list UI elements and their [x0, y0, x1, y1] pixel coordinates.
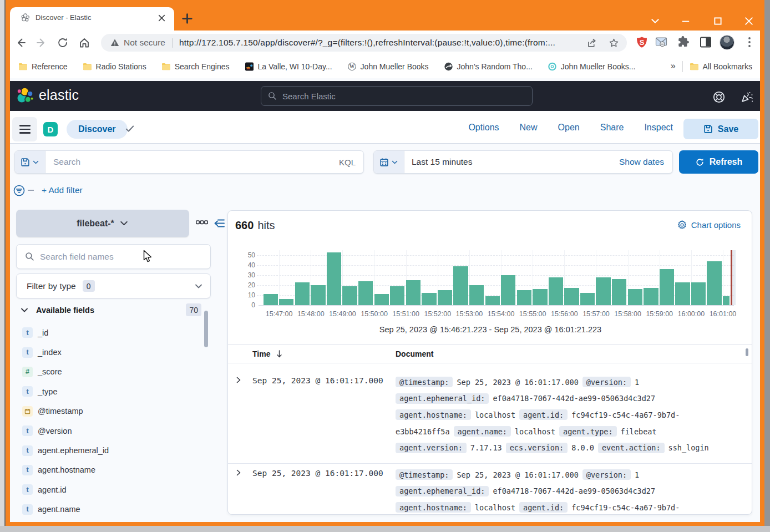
space-avatar-badge[interactable]: D	[43, 122, 58, 136]
histogram-bar[interactable]	[501, 275, 515, 305]
all-bookmarks-button[interactable]: All Bookmarks	[690, 62, 752, 71]
histogram-bar[interactable]	[596, 277, 610, 305]
url-text[interactable]: http://172.105.7.150/app/discover#/?_g=(…	[179, 38, 555, 48]
extension-shield-icon[interactable]: S	[635, 36, 649, 49]
bookmark-item[interactable]: Radio Stations	[83, 62, 146, 71]
histogram-bar[interactable]	[707, 261, 721, 305]
bookmarks-overflow-chevron[interactable]: »	[671, 61, 682, 72]
menu-hamburger-button[interactable]	[12, 117, 37, 141]
nav-link-open[interactable]: Open	[558, 123, 580, 133]
newsfeed-icon[interactable]	[740, 90, 754, 104]
histogram-bar[interactable]	[453, 266, 468, 305]
elastic-wordmark[interactable]: elastic	[39, 87, 79, 103]
histogram-bar[interactable]	[580, 293, 595, 305]
new-tab-button[interactable]	[182, 13, 192, 24]
expand-row-icon[interactable]	[235, 377, 242, 383]
add-filter-button[interactable]: + Add filter	[42, 185, 83, 195]
table-scrollbar-thumb[interactable]	[746, 348, 748, 356]
tab-close-icon[interactable]	[157, 13, 166, 23]
window-close-button[interactable]	[744, 16, 754, 26]
histogram-bar[interactable]	[660, 269, 674, 305]
histogram-bar[interactable]	[358, 281, 373, 305]
chart-options-button[interactable]: Chart options	[677, 220, 741, 230]
histogram-bar[interactable]	[469, 285, 484, 305]
available-fields-header[interactable]: Available fields 70	[16, 303, 211, 317]
field-item[interactable]: t_index	[14, 342, 197, 362]
time-range-value[interactable]: Last 15 minutes	[412, 157, 619, 167]
collapse-sidebar-icon[interactable]	[214, 219, 225, 228]
histogram-bar[interactable]	[295, 282, 310, 305]
nav-link-share[interactable]: Share	[600, 123, 624, 133]
window-maximize-button[interactable]	[713, 16, 723, 26]
field-search-input[interactable]: Search field names	[16, 244, 211, 269]
histogram-bar[interactable]	[342, 286, 357, 305]
bookmark-item[interactable]: Search Engines	[161, 62, 230, 71]
histogram-bar[interactable]	[533, 289, 547, 305]
expand-row-icon[interactable]	[235, 469, 242, 476]
back-button[interactable]	[14, 37, 27, 49]
field-item[interactable]: tagent.ephemeral_id	[14, 440, 197, 460]
document-column-header[interactable]: Document	[396, 349, 433, 358]
bookmark-item[interactable]: Reference	[18, 62, 68, 71]
share-icon[interactable]	[586, 38, 597, 48]
show-dates-button[interactable]: Show dates	[619, 157, 664, 167]
saved-query-menu-button[interactable]	[15, 151, 45, 173]
histogram-bar[interactable]	[644, 288, 658, 305]
histogram-bar[interactable]	[406, 280, 421, 305]
field-item[interactable]: #_score	[14, 362, 197, 382]
histogram-bar[interactable]	[517, 290, 531, 305]
field-item[interactable]: t@version	[14, 421, 197, 440]
extension-mail-icon[interactable]	[655, 36, 668, 49]
date-quick-menu-button[interactable]	[374, 151, 404, 173]
histogram-bar[interactable]	[279, 299, 293, 305]
nav-link-inspect[interactable]: Inspect	[644, 123, 673, 133]
nav-link-new[interactable]: New	[520, 123, 538, 133]
refresh-button[interactable]: Refresh	[679, 150, 758, 174]
forward-button[interactable]	[36, 37, 48, 49]
time-column-header[interactable]: Time	[252, 349, 270, 358]
date-picker[interactable]: Last 15 minutes Show dates	[373, 150, 673, 174]
window-minimize-button[interactable]	[681, 16, 691, 26]
histogram-bar[interactable]	[675, 282, 690, 305]
bookmark-star-icon[interactable]	[609, 38, 619, 48]
bookmark-item[interactable]: La Valle, WI 10-Day...	[245, 62, 332, 71]
histogram-bar[interactable]	[628, 289, 642, 305]
histogram-bar[interactable]	[723, 296, 730, 305]
save-button[interactable]: Save	[683, 119, 758, 139]
histogram-bar[interactable]	[438, 290, 452, 305]
histogram-bar[interactable]	[374, 294, 389, 305]
bookmark-item[interactable]: John's Random Tho...	[444, 62, 533, 71]
bookmark-item[interactable]: WJohn Mueller Books	[347, 62, 429, 71]
home-button[interactable]	[78, 37, 90, 49]
field-item[interactable]: tagent.hostname	[14, 460, 197, 480]
saved-search-check-icon[interactable]	[125, 124, 135, 134]
browser-menu-icon[interactable]	[745, 36, 754, 48]
extension-split-screen-icon[interactable]	[699, 36, 712, 49]
reload-button[interactable]	[57, 37, 69, 49]
elastic-logo[interactable]	[17, 87, 34, 104]
histogram-bar[interactable]	[691, 282, 706, 305]
window-tab-search-icon[interactable]	[650, 16, 660, 26]
address-bar[interactable]: Not secure http://172.105.7.150/app/disc…	[101, 34, 627, 52]
field-item[interactable]: t_id	[14, 323, 197, 342]
breadcrumb-discover[interactable]: Discover	[67, 120, 128, 139]
histogram-bar[interactable]	[485, 296, 500, 305]
histogram-bar[interactable]	[612, 279, 626, 305]
field-item[interactable]: @timestamp	[14, 402, 197, 421]
browser-tab[interactable]: Discover - Elastic	[10, 7, 174, 31]
histogram-bar[interactable]	[549, 277, 563, 305]
histogram-bar[interactable]	[564, 288, 579, 305]
extensions-puzzle-icon[interactable]	[676, 36, 690, 49]
query-language-button[interactable]: KQL	[339, 158, 356, 167]
field-item[interactable]: t_type	[14, 382, 197, 401]
profile-avatar[interactable]	[720, 35, 734, 50]
histogram-bar[interactable]	[327, 252, 341, 305]
query-input-placeholder[interactable]: Search	[53, 157, 339, 167]
index-pattern-switcher[interactable]: filebeat-*	[16, 210, 189, 237]
help-icon[interactable]	[712, 90, 726, 104]
sidebar-scrollbar-thumb[interactable]	[204, 311, 208, 347]
histogram-bar[interactable]	[311, 285, 325, 305]
not-secure-warning-icon[interactable]	[110, 38, 119, 47]
global-search-input[interactable]: Search Elastic	[261, 86, 533, 106]
index-options-icon[interactable]	[196, 220, 208, 227]
